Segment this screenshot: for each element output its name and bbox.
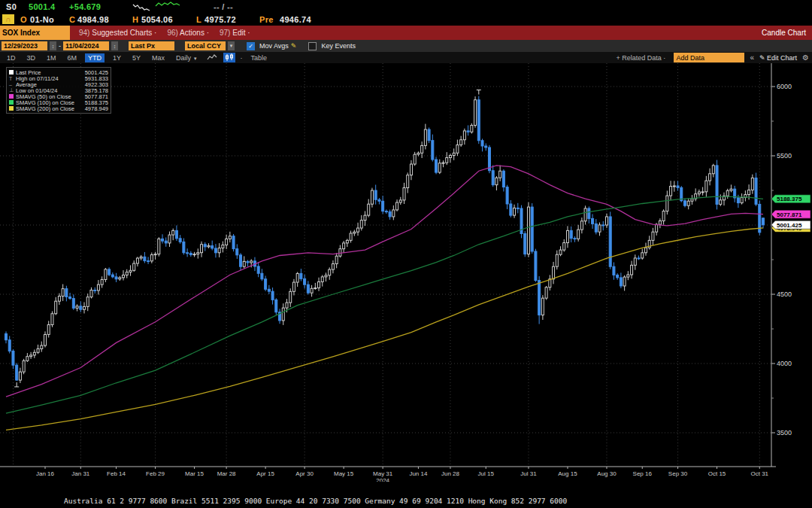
svg-text:Apr 15: Apr 15 — [256, 470, 274, 477]
svg-text:Apr 30: Apr 30 — [295, 470, 314, 477]
period-select[interactable]: Daily ▼ — [173, 53, 200, 62]
svg-text:Mar 15: Mar 15 — [185, 470, 204, 477]
chart-type-title: Candle Chart — [762, 29, 812, 37]
add-data-input[interactable]: Add Data — [674, 53, 744, 62]
svg-text:Oct 31: Oct 31 — [750, 470, 768, 477]
svg-text:5188.375: 5188.375 — [777, 196, 802, 202]
terminal-footer: Australia 61 2 9777 8600 Brazil 5511 239… — [0, 480, 812, 508]
svg-text:4500: 4500 — [777, 291, 792, 298]
bar-date: 01-No — [30, 15, 54, 24]
menu-bar: SOX Index 94) Suggested Charts · 96) Act… — [0, 26, 812, 40]
grid-lines — [0, 63, 771, 467]
svg-text:Aug 30: Aug 30 — [597, 470, 617, 477]
key-events-label: Key Events — [321, 42, 356, 50]
open-label: O — [20, 15, 27, 24]
candle-chart-icon[interactable] — [223, 53, 235, 62]
menu-edit[interactable]: 97) Edit · — [220, 29, 250, 37]
prev-value: 4946.74 — [280, 15, 311, 24]
date-from-input[interactable]: 12/29/2023 — [2, 41, 47, 50]
date-separator: - — [59, 42, 61, 50]
mov-avgs-checkbox[interactable]: ✓ — [247, 42, 255, 50]
svg-text:Sep 16: Sep 16 — [633, 470, 653, 477]
close-value: 4984.98 — [77, 15, 109, 24]
sma200-line — [6, 228, 763, 430]
svg-text:Aug 15: Aug 15 — [558, 470, 577, 477]
svg-text:Oct 15: Oct 15 — [708, 470, 726, 477]
svg-text:Feb 14: Feb 14 — [107, 470, 126, 477]
bid-ask-na: -- / -- — [214, 2, 233, 11]
svg-text:Jan 16: Jan 16 — [36, 470, 55, 477]
ohlc-bar: ∩ O 01-No C 4984.98 H 5054.06 L 4975.72 … — [0, 13, 812, 26]
svg-text:4000: 4000 — [777, 360, 792, 367]
low-value: 4975.72 — [205, 15, 236, 24]
axes: 350040004500500055006000Jan 16Jan 31Feb … — [0, 63, 792, 482]
prev-label: Pre — [259, 15, 274, 24]
range-3d[interactable]: 3D — [24, 53, 39, 62]
range-5y[interactable]: 5Y — [129, 53, 144, 62]
price-field-select[interactable]: Last Px — [129, 41, 174, 50]
currency-select[interactable]: Local CCY — [185, 41, 226, 50]
last-price: 5001.4 — [29, 2, 55, 11]
toolbar-dot: · — [241, 54, 243, 62]
svg-text:Jul 15: Jul 15 — [478, 470, 495, 477]
svg-text:5077.871: 5077.871 — [777, 211, 802, 218]
svg-text:Feb 29: Feb 29 — [146, 470, 165, 477]
candlestick-chart-canvas[interactable]: 350040004500500055006000Jan 16Jan 31Feb … — [0, 63, 812, 482]
svg-text:Sep 30: Sep 30 — [668, 470, 688, 477]
svg-text:5001.425: 5001.425 — [777, 222, 802, 229]
range-1y[interactable]: 1Y — [110, 53, 124, 62]
key-events-checkbox[interactable] — [308, 42, 317, 50]
collapse-icon[interactable]: « — [750, 53, 754, 62]
candles — [5, 96, 765, 383]
range-max[interactable]: Max — [149, 53, 168, 62]
menu-actions[interactable]: 96) Actions · — [167, 29, 209, 37]
range-toolbar: 1D 3D 1M 6M YTD 1Y 5Y Max Daily ▼ · Tabl… — [0, 52, 812, 63]
svg-text:Jun 14: Jun 14 — [409, 470, 428, 477]
control-bar: 12/29/2023 ↕ - 11/04/2024 ↕ Last Px Loca… — [0, 40, 812, 52]
svg-text:Jun 28: Jun 28 — [441, 470, 460, 477]
panel-ticker: S0 — [6, 2, 17, 11]
sma50-line — [6, 166, 763, 397]
edit-chart-button[interactable]: ✎ Edit Chart — [759, 54, 797, 62]
mov-avgs-label: Mov Avgs — [259, 42, 289, 50]
security-icon[interactable]: ∩ — [2, 14, 14, 24]
svg-text:6000: 6000 — [777, 83, 792, 90]
date-to-input[interactable]: 11/04/2024 — [63, 41, 109, 50]
date-to-stepper[interactable]: ↕ — [111, 41, 118, 50]
line-chart-icon[interactable] — [206, 53, 218, 62]
close-label: C — [69, 15, 75, 24]
quote-bar: S0 5001.4 +54.679 -- / -- — [0, 0, 812, 13]
sparkline-green-icon — [155, 1, 180, 10]
svg-text:May 15: May 15 — [334, 470, 354, 477]
high-label: H — [132, 15, 138, 24]
svg-text:Jul 31: Jul 31 — [520, 470, 537, 477]
high-value: 5054.06 — [141, 15, 173, 24]
price-tags: 4978.9495001.4255077.8715188.375 — [771, 195, 810, 233]
sma100-line — [6, 196, 763, 413]
svg-text:Jan 31: Jan 31 — [71, 470, 90, 477]
pencil-icon: ✎ — [759, 54, 765, 62]
security-input[interactable]: SOX Index — [0, 26, 70, 40]
menu-suggested-charts[interactable]: 94) Suggested Charts · — [79, 29, 156, 37]
footer-phones-1: Australia 61 2 9777 8600 Brazil 5511 239… — [64, 497, 812, 505]
low-label: L — [196, 15, 201, 24]
caret-down-icon: ▼ — [193, 56, 198, 61]
legend-sma200: SMAVG (200) on Close4978.949 — [9, 105, 108, 111]
mov-avgs-edit-pencil-icon[interactable]: ✎ — [291, 42, 297, 50]
date-from-stepper[interactable]: ↕ — [50, 41, 56, 50]
chart-area: 350040004500500055006000Jan 16Jan 31Feb … — [0, 63, 812, 482]
chart-legend: Last Price5001.425 THigh on 07/11/245931… — [6, 67, 111, 114]
svg-text:5500: 5500 — [777, 152, 792, 160]
table-button[interactable]: Table — [248, 53, 271, 62]
svg-text:May 31: May 31 — [373, 470, 393, 477]
currency-dropdown[interactable]: ▾ — [228, 41, 235, 50]
sparkline-white-icon — [132, 2, 152, 11]
range-1m[interactable]: 1M — [44, 53, 59, 62]
gear-icon[interactable]: ⚙ — [802, 53, 812, 62]
svg-text:Mar 28: Mar 28 — [217, 470, 236, 477]
related-data-button[interactable]: + Related Data · — [614, 53, 669, 62]
price-change: +54.679 — [69, 2, 101, 11]
range-6m[interactable]: 6M — [65, 53, 80, 62]
range-ytd[interactable]: YTD — [85, 53, 105, 62]
range-1d[interactable]: 1D — [4, 53, 19, 62]
